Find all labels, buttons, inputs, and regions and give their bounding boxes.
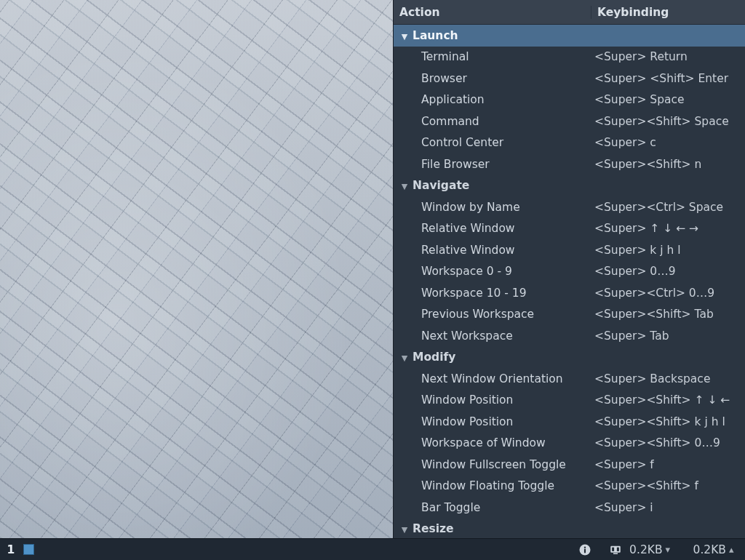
keybinding-label: <Super> Return [594,50,688,63]
chevron-down-icon: ▼ [399,32,410,41]
keybinding-label: <Super><Shift> f [594,479,698,492]
chevron-down-icon: ▼ [399,525,410,535]
keybinding-row[interactable]: Relative Window<Super> ↑ ↓ ← → [394,218,745,240]
keybinding-label: <Super> i [594,501,653,514]
keybinding-label: <Super> 0…9 [594,265,676,278]
keybinding-label: <Super> Tab [594,329,669,343]
keybinding-row[interactable]: Window Position<Super><Shift> k j h l [394,411,745,433]
action-label: Command [421,115,479,128]
net-up-speed: 0.2KB [693,543,726,556]
info-icon[interactable] [578,543,591,556]
action-label: Control Center [421,136,503,149]
keybinding-row[interactable]: Terminal<Super> Return [394,47,745,68]
action-label: Window by Name [421,201,520,214]
action-label: Relative Window [421,222,515,235]
workspace-indicator[interactable] [23,544,34,555]
keybinding-label: <Super><Shift> Space [594,115,729,128]
keybinding-row[interactable]: Previous Workspace<Super><Shift> Tab [394,304,745,326]
action-label: Window Floating Toggle [421,479,554,492]
keybinding-row[interactable]: Window by Name<Super><Ctrl> Space [394,196,745,218]
section-header[interactable]: ▼Navigate [394,175,745,197]
bottom-bar: 1 0.2KB ▾ 0.2KB ▴ [0,538,745,560]
keybindings-panel: Action Keybinding ▼LaunchTerminal<Super>… [393,0,745,560]
keybinding-row[interactable]: Command<Super><Shift> Space [394,111,745,132]
action-label: Workspace 0 - 9 [421,265,512,278]
column-header-keybinding[interactable]: Keybinding [591,6,745,19]
keybinding-row[interactable]: Application<Super> Space [394,89,745,111]
keybinding-label: <Super> Space [594,93,685,106]
keybinding-row[interactable]: Workspace 0 - 9<Super> 0…9 [394,261,745,283]
action-label: Workspace of Window [421,436,546,449]
keybinding-row[interactable]: Window Floating Toggle<Super><Shift> f [394,476,745,497]
action-label: Window Position [421,393,513,407]
column-header-action[interactable]: Action [394,6,591,19]
keybinding-row[interactable]: Relative Window<Super> k j h l [394,239,745,261]
section-header[interactable]: ▼Launch [394,25,745,47]
workspace-number[interactable]: 1 [3,543,19,556]
keybinding-row[interactable]: Next Window Orientation<Super> Backspace [394,368,745,390]
action-label: Application [421,93,485,106]
chevron-down-icon: ▼ [399,182,410,191]
action-label: Next Window Orientation [421,372,563,385]
section-header[interactable]: ▼Modify [394,347,745,369]
svg-rect-2 [584,548,586,553]
action-label: Window Position [421,415,513,428]
action-label: Workspace 10 - 19 [421,287,527,300]
keybinding-row[interactable]: Next Workspace<Super> Tab [394,325,745,347]
keybinding-label: <Super> ↑ ↓ ← → [594,222,698,235]
svg-rect-5 [617,547,619,551]
keybinding-label: <Super><Ctrl> Space [594,201,723,214]
action-label: Previous Workspace [421,308,534,321]
keybinding-label: <Super> k j h l [594,244,681,257]
action-label: Relative Window [421,244,515,257]
keybinding-row[interactable]: Browser<Super> <Shift> Enter [394,68,745,89]
svg-rect-6 [613,553,618,554]
keybinding-row[interactable]: Control Center<Super> c [394,132,745,154]
keybinding-label: <Super> Backspace [594,372,710,385]
keybinding-label: <Super><Shift> k j h l [594,415,725,428]
action-label: File Browser [421,158,490,171]
keybinding-row[interactable]: Window Position<Super><Shift> ↑ ↓ ← [394,390,745,412]
keybinding-label: <Super> <Shift> Enter [594,72,728,85]
action-label: Bar Toggle [421,501,480,514]
keybinding-label: <Super><Ctrl> 0…9 [594,287,714,300]
section-title: Launch [413,29,458,42]
down-arrow-icon: ▾ [666,544,676,555]
keybinding-row[interactable]: File Browser<Super><Shift> n [394,153,745,175]
net-down-speed: 0.2KB [629,543,662,556]
section-title: Resize [413,522,454,535]
keybinding-row[interactable]: Workspace of Window<Super><Shift> 0…9 [394,433,745,455]
keybinding-label: <Super><Shift> ↑ ↓ ← [594,393,730,407]
action-label: Next Workspace [421,329,513,343]
action-label: Browser [421,72,467,85]
action-label: Terminal [421,50,469,63]
network-icon[interactable] [609,543,622,556]
keybinding-label: <Super><Shift> Tab [594,308,714,321]
svg-rect-4 [612,547,614,551]
keybinding-label: <Super> c [594,136,656,149]
section-title: Modify [413,351,455,364]
action-label: Window Fullscreen Toggle [421,458,566,471]
keybindings-rows: ▼LaunchTerminal<Super> ReturnBrowser<Sup… [394,25,745,560]
desktop-wallpaper [0,0,393,538]
up-arrow-icon: ▴ [729,544,739,555]
keybinding-label: <Super><Shift> n [594,158,701,171]
section-title: Navigate [413,179,469,192]
keybinding-row[interactable]: Bar Toggle<Super> i [394,497,745,519]
keybinding-label: <Super> f [594,458,654,471]
panel-header: Action Keybinding [394,0,745,25]
section-header[interactable]: ▼Resize [394,519,745,540]
chevron-down-icon: ▼ [399,353,410,363]
keybinding-row[interactable]: Window Fullscreen Toggle<Super> f [394,454,745,476]
keybinding-row[interactable]: Workspace 10 - 19<Super><Ctrl> 0…9 [394,282,745,304]
keybinding-label: <Super><Shift> 0…9 [594,436,720,449]
svg-point-1 [584,546,586,548]
